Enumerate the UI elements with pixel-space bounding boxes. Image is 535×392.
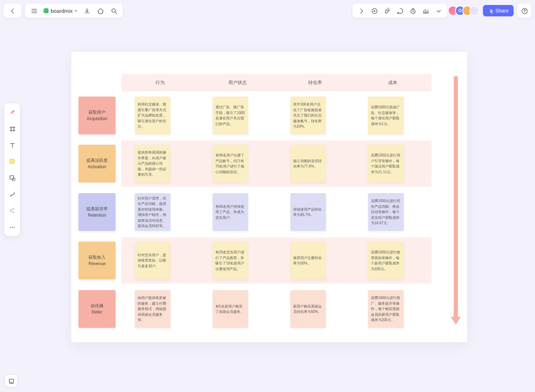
col-header: 成本 bbox=[354, 74, 432, 92]
stage-cn: 获取用户 bbox=[88, 109, 106, 115]
svg-point-6 bbox=[12, 178, 15, 181]
present-button[interactable] bbox=[368, 5, 380, 17]
play-icon bbox=[371, 7, 377, 14]
col-header: 转化率 bbox=[276, 74, 354, 92]
frame-tool[interactable] bbox=[7, 124, 17, 133]
svg-point-4 bbox=[12, 110, 14, 112]
sticky-note[interactable]: 花费1000元进行优化产品功能、推送活动等操作，每个忠实用户获取成本为16.67… bbox=[368, 193, 404, 231]
svg-point-0 bbox=[112, 9, 115, 12]
connector-tool[interactable] bbox=[7, 190, 17, 199]
doc-title[interactable]: boardmix ▾ bbox=[41, 8, 79, 14]
help-pill bbox=[517, 4, 531, 18]
back-button[interactable] bbox=[6, 5, 19, 17]
sticky-note[interactable]: 花费1000元投放广告、社交媒体等，每个潜在用户获取成本为1元。 bbox=[368, 97, 404, 134]
connector-icon bbox=[9, 191, 15, 197]
note-text: 花费1000元投放广告、社交媒体等，每个潜在用户获取成本为1元。 bbox=[371, 104, 401, 127]
chevron-left-icon bbox=[9, 7, 16, 14]
search-icon bbox=[111, 7, 117, 14]
sticky-tool[interactable] bbox=[7, 157, 17, 166]
more-tools-button[interactable] bbox=[432, 5, 444, 17]
note-text: 有20名忠实用户进行了产品推荐，并吸引了10名新用户注册使用产品。 bbox=[215, 249, 245, 272]
stage-card[interactable]: 提高活跃度 Activation bbox=[78, 145, 116, 182]
svg-point-10 bbox=[12, 227, 13, 228]
chart-button[interactable] bbox=[419, 5, 432, 17]
stage-cn: 提高留存率 bbox=[86, 206, 108, 212]
avatar-stack[interactable]: O bbox=[451, 6, 479, 16]
stage-en: Revenue bbox=[88, 261, 106, 267]
expand-button[interactable] bbox=[355, 5, 367, 17]
minimap-button[interactable] bbox=[5, 375, 17, 387]
note-text: 花费1000元进行用户引导等操作，每个激活用户获取成本为11.11元。 bbox=[371, 153, 401, 175]
sticky-note[interactable]: 通过广告、推广等手段，吸引了1000名潜在用户关注我们的产品。 bbox=[213, 97, 248, 134]
mindmap-icon bbox=[9, 207, 15, 214]
stage-cn: 提高活跃度 bbox=[86, 157, 108, 164]
note-text: 有90名用户注册了产品账号，但只有70名用户进行了核心功能的尝试。 bbox=[215, 153, 245, 175]
note-text: 花费1000元进行推荐奖励等操作，每个新用户获取成本为100元。 bbox=[371, 249, 401, 272]
sticky-note[interactable]: 花费1000元进行推广、服务提升等操作，每个购买高级会员的新用户获取成本为200… bbox=[368, 290, 404, 328]
stage-card[interactable]: 获取用户 Acquisition bbox=[78, 97, 116, 134]
sticky-note[interactable]: 推荐用户注册转化率为50%。 bbox=[290, 242, 326, 279]
download-button[interactable] bbox=[81, 5, 93, 17]
text-tool[interactable] bbox=[7, 140, 17, 150]
stage-en: Refer bbox=[92, 309, 102, 315]
note-text: 由用户提供高质量的服务，建立付费服务模式，例如提供高级会员服务等。 bbox=[138, 295, 168, 323]
sticky-icon bbox=[9, 158, 15, 165]
stage-card[interactable]: 自传播 Refer bbox=[78, 290, 116, 328]
search-button[interactable] bbox=[108, 5, 120, 17]
sticky-note[interactable]: 有60名用户持续使用了产品，并成为忠实用户。 bbox=[213, 193, 248, 231]
note-text: 推荐用户注册转化率为50%。 bbox=[293, 255, 323, 266]
timer-icon bbox=[409, 7, 416, 14]
confetti-button[interactable] bbox=[381, 5, 393, 17]
text-icon bbox=[9, 142, 15, 148]
canvas[interactable]: 行为 用户状态 转化率 成本 获取用户 Acquisition 利用社交媒体、搜… bbox=[71, 52, 467, 342]
share-icon bbox=[488, 8, 493, 14]
stage-card[interactable]: 获取收入 Revenue bbox=[78, 242, 116, 279]
avatar bbox=[469, 6, 479, 16]
aarrr-row: 自传播 Refer 由用户提供高质量的服务，建立付费服务模式，例如提供高级会员服… bbox=[78, 290, 435, 328]
doc-title-text: boardmix bbox=[51, 8, 73, 14]
sticky-note[interactable]: 持续使用产品转化率为85.7%。 bbox=[290, 193, 326, 231]
sticky-note[interactable]: 花费1000元进行用户引导等操作，每个激活用户获取成本为11.11元。 bbox=[368, 145, 404, 182]
mindmap-tool[interactable] bbox=[7, 206, 17, 215]
sticky-note[interactable]: 有5名新用户购买了高级会员服务。 bbox=[213, 290, 248, 328]
sticky-note[interactable]: 有20名忠实用户进行了产品推荐，并吸引了10名新用户注册使用产品。 bbox=[213, 242, 248, 279]
share-button[interactable]: Share bbox=[483, 5, 514, 16]
sticky-note[interactable]: 利用社交媒体、搜索引擎广告等方式扩大品牌知名度，吸引潜在用户的关注。 bbox=[135, 97, 170, 134]
stage-card[interactable]: 提高留存率 Retention bbox=[78, 193, 116, 231]
doc-pill: boardmix ▾ bbox=[25, 4, 123, 18]
sticky-note[interactable]: 有90名用户注册了产品账号，但只有70名用户进行了核心功能的尝试。 bbox=[213, 145, 248, 182]
top-bar: boardmix ▾ O bbox=[4, 4, 531, 18]
svg-point-8 bbox=[13, 212, 14, 213]
frame-icon bbox=[9, 125, 15, 132]
menu-button[interactable] bbox=[28, 5, 40, 17]
sticky-note[interactable]: 新用户购买高级会员转化率为50%。 bbox=[290, 290, 326, 328]
sticky-note[interactable]: 提供简单易用的操作界面，向用户展示产品的核心功能，并提供一些必要的引导。 bbox=[135, 145, 170, 182]
sticky-note[interactable]: 其中100名用户点击了广告链接或者关注了我们的社交媒体账号，转化率为10%。 bbox=[290, 97, 326, 134]
sticky-note[interactable]: 由用户提供高质量的服务，建立付费服务模式，例如提供高级会员服务等。 bbox=[135, 290, 170, 328]
note-text: 核心功能的尝试转化率为77.8%。 bbox=[293, 158, 323, 169]
comment-button[interactable] bbox=[394, 5, 406, 17]
note-text: 持续使用产品转化率为85.7%。 bbox=[293, 207, 323, 218]
note-text: 提供简单易用的操作界面，向用户展示产品的核心功能，并提供一些必要的引导。 bbox=[138, 150, 168, 177]
help-button[interactable] bbox=[520, 5, 529, 17]
comment-icon bbox=[397, 7, 403, 14]
stage-en: Retention bbox=[88, 212, 106, 218]
avatar-initial: O bbox=[458, 8, 462, 13]
sticky-note[interactable]: 针对忠实用户，提供推荐奖励，以吸引更多用户。 bbox=[135, 242, 170, 279]
sticky-note[interactable]: 花费1000元进行推荐奖励等操作，每个新用户获取成本为100元。 bbox=[368, 242, 404, 279]
sticky-note[interactable]: 针对用户需求，优化产品功能，提供更好的使用体验。增加用户粘性，例如推送活动信息、… bbox=[135, 193, 170, 231]
note-text: 有60名用户持续使用了产品，并成为忠实用户。 bbox=[215, 204, 245, 221]
note-text: 利用社交媒体、搜索引擎广告等方式扩大品牌知名度，吸引潜在用户的关注。 bbox=[138, 102, 168, 129]
more-tool[interactable] bbox=[7, 222, 17, 232]
timer-button[interactable] bbox=[407, 5, 419, 17]
aarrr-row: 提高活跃度 Activation 提供简单易用的操作界面，向用户展示产品的核心功… bbox=[78, 145, 435, 182]
tag-button[interactable] bbox=[94, 5, 106, 17]
shape-tool[interactable] bbox=[7, 173, 17, 182]
help-icon bbox=[521, 7, 528, 14]
more-icon bbox=[9, 224, 15, 230]
column-headers: 行为 用户状态 转化率 成本 bbox=[121, 74, 432, 92]
flow-arrow bbox=[454, 76, 458, 325]
templates-tool[interactable] bbox=[7, 108, 17, 117]
note-text: 针对用户需求，优化产品功能，提供更好的使用体验。增加用户粘性，例如推送活动信息、… bbox=[138, 196, 168, 229]
sticky-note[interactable]: 核心功能的尝试转化率为77.8%。 bbox=[290, 145, 326, 182]
